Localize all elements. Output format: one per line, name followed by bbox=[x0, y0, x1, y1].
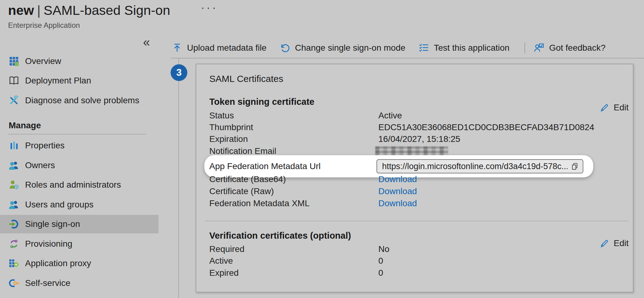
button-label: Upload metadata file bbox=[187, 43, 267, 53]
sidebar-item-label: Roles and administrators bbox=[25, 180, 121, 190]
upload-icon bbox=[172, 43, 182, 53]
sidebar-item-label: Properties bbox=[25, 141, 65, 151]
sidebar-item-label: Owners bbox=[25, 160, 55, 170]
edit-label: Edit bbox=[614, 238, 629, 248]
got-feedback-button[interactable]: Got feedback? bbox=[534, 43, 619, 53]
diagnose-icon bbox=[9, 95, 19, 106]
overflow-menu-icon[interactable]: ··· bbox=[201, 1, 218, 15]
cert-raw-label: Certificate (Raw) bbox=[209, 186, 274, 196]
required-value: No bbox=[378, 244, 389, 254]
sidebar-item-application-proxy[interactable]: Application proxy bbox=[0, 254, 159, 273]
sidebar-item-owners[interactable]: Owners bbox=[0, 156, 159, 175]
sidebar-section-manage: Manage bbox=[9, 121, 41, 130]
thumbprint-value: EDC51A30E36068ED1CD0CDB3BECFAD34B71D0824 bbox=[378, 122, 594, 132]
sidebar-item-label: Deployment Plan bbox=[25, 76, 91, 86]
active-value: 0 bbox=[378, 256, 383, 266]
edit-label: Edit bbox=[614, 103, 629, 113]
self-service-icon bbox=[9, 278, 19, 288]
federation-metadata-xml-label: Federation Metadata XML bbox=[209, 198, 310, 208]
sidebar-item-label: Overview bbox=[25, 56, 61, 66]
feedback-icon bbox=[534, 43, 544, 53]
federation-metadata-xml-download-link[interactable]: Download bbox=[378, 198, 417, 208]
status-value: Active bbox=[378, 111, 402, 121]
page-subtitle: Enterprise Application bbox=[8, 21, 80, 30]
cert-base64-download-link[interactable]: Download bbox=[378, 174, 417, 184]
command-bar: Upload metadata file Change single sign-… bbox=[172, 38, 619, 57]
page-title: new|SAML-based Sign-on bbox=[8, 2, 170, 19]
expired-value: 0 bbox=[378, 268, 383, 278]
sidebar-item-users-and-groups[interactable]: Users and groups bbox=[0, 195, 159, 214]
panel-title: SAML Certificates bbox=[209, 74, 283, 84]
sidebar-divider bbox=[8, 134, 146, 134]
token-signing-heading: Token signing certificate bbox=[209, 97, 314, 107]
sidebar-item-properties[interactable]: Properties bbox=[0, 136, 159, 155]
overview-icon bbox=[9, 56, 19, 66]
sidebar-item-diagnose[interactable]: Diagnose and solve problems bbox=[0, 91, 159, 110]
roles-icon bbox=[9, 180, 19, 190]
upload-metadata-file-button[interactable]: Upload metadata file bbox=[172, 43, 280, 53]
deployment-plan-icon bbox=[9, 75, 19, 86]
sidebar-item-label: Provisioning bbox=[25, 239, 72, 249]
toolbar-bottom-border bbox=[171, 58, 644, 58]
edit-token-signing-button[interactable]: Edit bbox=[599, 103, 629, 113]
notification-email-redacted-value bbox=[375, 147, 448, 155]
cert-base64-label: Certificate (Base64) bbox=[209, 174, 286, 184]
sidebar-item-label: Application proxy bbox=[25, 258, 91, 268]
step-timeline-line bbox=[178, 58, 179, 298]
copy-button[interactable] bbox=[571, 162, 579, 171]
sidebar-item-single-sign-on[interactable]: Single sign-on bbox=[0, 215, 159, 233]
sidebar-item-overview[interactable]: Overview bbox=[0, 52, 159, 70]
metadata-url-value: https://login.microsoftonline.com/d3a4c1… bbox=[382, 162, 568, 171]
active-label: Active bbox=[209, 256, 233, 266]
app-name: new bbox=[8, 3, 34, 18]
button-label: Got feedback? bbox=[549, 43, 606, 53]
sidebar-item-deployment-plan[interactable]: Deployment Plan bbox=[0, 71, 159, 90]
title-separator: | bbox=[34, 3, 44, 18]
button-label: Test this application bbox=[434, 43, 509, 53]
sidebar-item-roles[interactable]: Roles and administrators bbox=[0, 176, 159, 194]
thumbprint-label: Thumbprint bbox=[209, 122, 253, 132]
sidebar-item-label: Self-service bbox=[25, 278, 70, 288]
sidebar-item-self-service[interactable]: Self-service bbox=[0, 274, 159, 292]
expiration-label: Expiration bbox=[209, 134, 248, 144]
sidebar-item-label: Single sign-on bbox=[25, 219, 80, 229]
change-mode-icon bbox=[280, 43, 290, 53]
edit-verification-button[interactable]: Edit bbox=[599, 238, 629, 248]
single-sign-on-icon bbox=[9, 219, 19, 229]
test-application-button[interactable]: Test this application bbox=[419, 43, 523, 53]
test-checklist-icon bbox=[419, 43, 429, 53]
copy-icon bbox=[571, 162, 579, 171]
sidebar-item-provisioning[interactable]: Provisioning bbox=[0, 235, 159, 253]
provisioning-icon bbox=[9, 239, 19, 249]
section-divider bbox=[205, 221, 629, 221]
metadata-url-input[interactable]: https://login.microsoftonline.com/d3a4c1… bbox=[376, 159, 583, 173]
toolbar-separator bbox=[524, 42, 525, 53]
blade-title: SAML-based Sign-on bbox=[44, 3, 170, 18]
status-label: Status bbox=[209, 111, 234, 121]
step-3-badge: 3 bbox=[171, 64, 187, 81]
change-sso-mode-button[interactable]: Change single sign-on mode bbox=[280, 43, 419, 53]
edit-pencil-icon bbox=[599, 103, 609, 113]
edit-pencil-icon bbox=[599, 238, 609, 248]
properties-icon bbox=[9, 140, 19, 151]
users-groups-icon bbox=[9, 199, 19, 210]
button-label: Change single sign-on mode bbox=[295, 43, 405, 53]
required-label: Required bbox=[209, 244, 245, 254]
saml-certificates-panel: SAML Certificates Token signing certific… bbox=[196, 64, 633, 292]
application-proxy-icon bbox=[9, 258, 19, 269]
notification-email-label: Notification Email bbox=[209, 146, 276, 156]
sidebar-item-label: Diagnose and solve problems bbox=[25, 96, 139, 105]
owners-icon bbox=[9, 160, 19, 171]
expired-label: Expired bbox=[209, 268, 239, 278]
expiration-value: 16/04/2027, 15:18:25 bbox=[378, 134, 460, 144]
verification-certificates-heading: Verification certificates (optional) bbox=[209, 231, 351, 241]
sidebar-item-label: Users and groups bbox=[25, 200, 94, 210]
collapse-sidebar-icon[interactable]: « bbox=[143, 36, 150, 48]
cert-raw-download-link[interactable]: Download bbox=[378, 186, 417, 196]
